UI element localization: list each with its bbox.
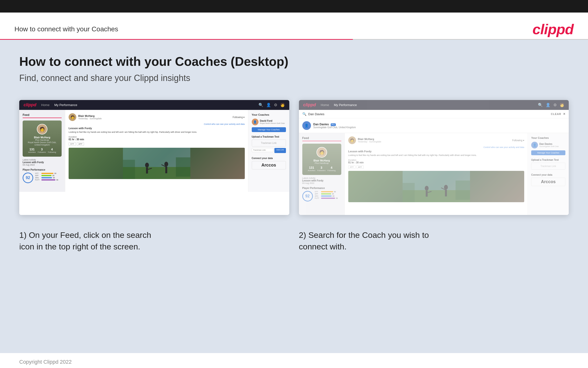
bar-arg: ARG 86: [35, 177, 58, 179]
settings-icon-2: ⚙: [553, 103, 557, 107]
duration-section: Duration 01 hr : 30 min: [69, 136, 245, 141]
result-club: Sunningdale Golf Club, United Kingdom: [313, 126, 356, 129]
background-app: Feed 🧑 Blair McHarg Plus Handicap 131 Ac…: [299, 133, 569, 215]
latest-activity-section: Latest Activity Lesson with Fordy 03 Aug…: [23, 159, 61, 166]
mock-nav-icons-2: 🔍 👤 ⚙ 🧑: [538, 103, 564, 107]
result-badge: Pro: [331, 123, 336, 126]
user-icon-2: 👤: [546, 103, 551, 107]
user-icon[interactable]: 👤: [266, 103, 271, 107]
top-bar: [0, 0, 588, 12]
svg-point-2: [145, 163, 149, 167]
copyright-text: Copyright Clippd 2022: [19, 359, 72, 365]
user-stats: 131 Activities 3 Followers 4 Following: [28, 147, 56, 153]
search-bar-icon: 🔍: [302, 112, 306, 116]
header: How to connect with your Coaches clippd: [0, 12, 588, 39]
svg-point-15: [444, 185, 448, 190]
search-overlay: 🔍 Dan Davies CLEAR × 👤 Dan Davies Pro Su…: [299, 110, 569, 133]
mock-coaches-panel: Your Coaches 👤 David Ford Royal North De…: [248, 110, 289, 192]
captions-row: 1) On your Feed, click on the searchicon…: [19, 230, 569, 252]
coach-avatar: 👤: [252, 119, 258, 125]
settings-icon[interactable]: ⚙: [274, 103, 277, 107]
user-handicap: Plus Handicap: [35, 139, 49, 141]
coach-item: 👤 David Ford Royal North Devon Golf Club: [252, 119, 286, 125]
quality-score: 92: [23, 173, 33, 183]
post-body: Looking to feel like my hands are exitin…: [69, 131, 245, 134]
bar-app: APP 85: [35, 175, 58, 176]
mock-nav-icons: 🔍 👤 ⚙ 🧑: [258, 103, 285, 107]
mock-nav-home[interactable]: Home: [41, 103, 50, 107]
tag-ott: OTT: [69, 142, 76, 146]
svg-rect-19: [403, 183, 414, 202]
svg-rect-9: [123, 160, 135, 179]
svg-rect-8: [176, 157, 190, 177]
mock-nav-myperformance[interactable]: My Performance: [54, 103, 77, 107]
coach-name: David Ford: [260, 120, 285, 122]
post-tags: OTT APP: [69, 142, 245, 146]
trackman-input[interactable]: [252, 148, 274, 152]
coach2-club: Sunningdale Golf Club: [539, 145, 559, 147]
footer: Copyright Clippd 2022: [0, 353, 588, 368]
mock-body-2: Feed 🧑 Blair McHarg Plus Handicap 131 Ac…: [299, 133, 569, 215]
following-label: Following: [48, 151, 56, 153]
search-icon[interactable]: 🔍: [258, 103, 263, 107]
connect-title: Connect your data: [252, 157, 286, 159]
player-performance-section: Player Performance 92 OTT 90 APP: [23, 168, 61, 183]
user-avatar: 🧑: [37, 124, 47, 135]
add-link-btn[interactable]: Add Link: [274, 148, 286, 153]
upload-title: Upload a Trackman Test: [252, 135, 286, 138]
caption-2-text: 2) Search for the Coach you wish toconne…: [299, 230, 569, 252]
search-bar: 🔍 Dan Davies CLEAR ×: [299, 110, 569, 118]
mock-logo-1: clippd: [24, 102, 36, 108]
content-subtitle: Find, connect and share your Clippd insi…: [19, 73, 569, 83]
main-content: How to connect with your Coaches (Deskto…: [0, 40, 588, 353]
svg-rect-13: [426, 191, 428, 197]
bar-ott: OTT 90: [35, 173, 58, 174]
followers-label: Followers: [38, 151, 46, 153]
latest-activity-date: 03 Aug 2022: [23, 164, 61, 166]
duration-label: Duration: [69, 136, 77, 138]
post-image: [69, 148, 245, 179]
player-perf-label: Player Performance: [23, 168, 61, 171]
post-header: 🧑 Blair McHarg Yesterday · Sunningdale F…: [69, 113, 245, 121]
avatar-icon-2: 🧑: [560, 103, 564, 107]
user-name: Blair McHarg: [34, 136, 50, 139]
avatar-icon[interactable]: 🧑: [280, 103, 285, 107]
search-query[interactable]: Dan Davies: [308, 112, 549, 116]
arccos-label: Arccos: [252, 161, 286, 169]
svg-point-5: [164, 162, 168, 166]
following-label: Following ▾: [233, 116, 245, 119]
mock-body-1: Feed 🧑 Blair McHarg Plus Handicap Royal …: [19, 110, 289, 192]
close-button[interactable]: ×: [563, 112, 565, 116]
svg-point-12: [425, 186, 429, 191]
perf-bars: OTT 90 APP 85 ARG: [35, 173, 58, 181]
feed-label: Feed: [23, 113, 61, 118]
duration-value: 01 hr : 30 min: [69, 138, 245, 141]
clear-button[interactable]: CLEAR: [551, 112, 561, 115]
manage-coaches-btn[interactable]: Manage Your Coaches: [252, 127, 286, 132]
activities-label: Activities: [28, 151, 36, 153]
coach2-name: Dan Davies: [539, 143, 559, 145]
caption-2: 2) Search for the Coach you wish toconne…: [299, 230, 569, 252]
post-avatar: 🧑: [69, 113, 76, 121]
latest-activity-label: Latest Activity: [23, 159, 61, 161]
following-dropdown[interactable]: Following ▾: [233, 116, 245, 119]
mock-nav-myperformance-2: My Performance: [334, 103, 357, 107]
page-title: How to connect with your Coaches: [14, 25, 118, 33]
mock-nav-home-2: Home: [321, 103, 329, 107]
mock-logo-2: clippd: [303, 102, 316, 108]
search-result-item[interactable]: 👤 Dan Davies Pro Sunningdale Golf Club, …: [299, 118, 569, 133]
search-icon-2: 🔍: [538, 103, 543, 107]
screenshot-1: clippd Home My Performance 🔍 👤 ⚙ 🧑 Feed …: [19, 100, 289, 215]
mock-left-sidebar: Feed 🧑 Blair McHarg Plus Handicap Royal …: [19, 110, 65, 192]
control-link[interactable]: Control who can see your activity and da…: [69, 123, 245, 125]
clippd-logo: clippd: [532, 21, 574, 37]
followers-count: 3: [41, 147, 43, 151]
content-title: How to connect with your Coaches (Deskto…: [19, 54, 569, 69]
bar-putt: PUTT 96: [35, 179, 58, 181]
caption-1-text: 1) On your Feed, click on the searchicon…: [19, 230, 289, 252]
mock-left-sidebar-2: Feed 🧑 Blair McHarg Plus Handicap 131 Ac…: [299, 133, 345, 215]
svg-rect-18: [455, 181, 470, 200]
screenshot-2: clippd Home My Performance 🔍 👤 ⚙ 🧑 🔍 Dan…: [299, 100, 569, 215]
post-user-name: Blair McHarg: [78, 114, 102, 117]
following-count: 4: [51, 147, 53, 151]
